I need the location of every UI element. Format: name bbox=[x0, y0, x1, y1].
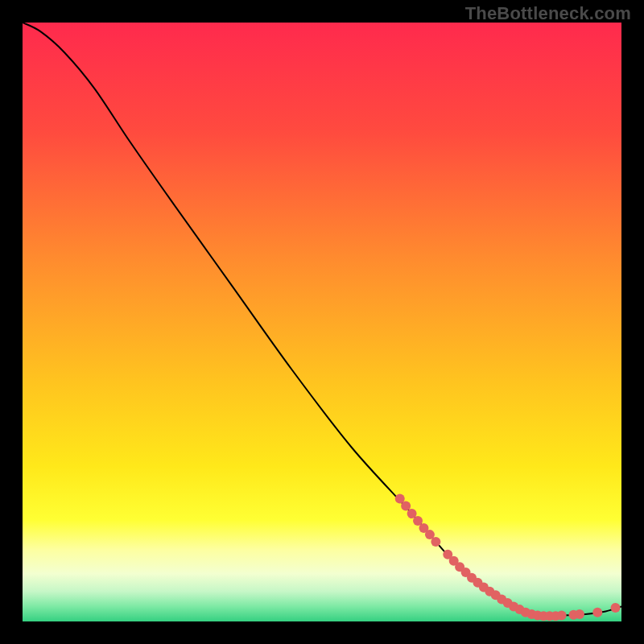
data-marker bbox=[431, 537, 440, 547]
data-marker bbox=[575, 609, 584, 619]
watermark-text: TheBottleneck.com bbox=[465, 3, 631, 24]
data-marker bbox=[592, 608, 602, 617]
chart-plot-area bbox=[23, 23, 621, 621]
chart-svg bbox=[23, 23, 621, 621]
data-marker bbox=[611, 603, 621, 613]
data-marker bbox=[401, 501, 411, 510]
data-marker bbox=[557, 611, 567, 621]
chart-background bbox=[23, 23, 621, 621]
chart-frame: TheBottleneck.com bbox=[0, 0, 644, 644]
